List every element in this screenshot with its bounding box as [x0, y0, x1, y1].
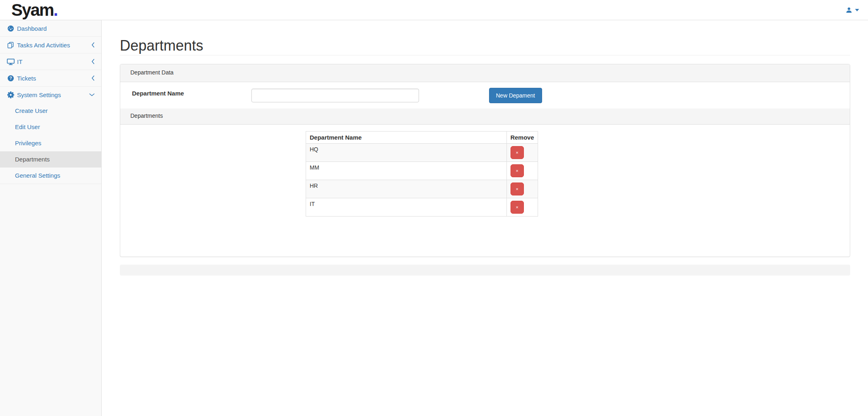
remove-department-button[interactable]: ×: [511, 183, 524, 195]
sidebar-item-label: IT: [17, 58, 91, 65]
department-form: Department Name New Depament: [120, 82, 850, 108]
sidebar-item-general-settings[interactable]: General Settings: [0, 168, 101, 184]
svg-text:?: ?: [9, 76, 12, 81]
remove-department-button[interactable]: ×: [511, 201, 524, 214]
chevron-left-icon: [91, 75, 95, 81]
empty-footer-bar: [120, 265, 850, 276]
sidebar-item-system-settings[interactable]: System Settings: [0, 87, 101, 103]
chevron-left-icon: [91, 42, 95, 48]
sidebar-item-label: Tickets: [17, 75, 91, 82]
chevron-left-icon: [91, 59, 95, 64]
main-content: Departments Department Data Department N…: [102, 20, 868, 416]
desktop-icon: [6, 58, 15, 65]
department-name-cell: HQ: [306, 144, 507, 162]
topbar: Syam.: [0, 0, 868, 20]
page-title: Departments: [120, 37, 850, 54]
table-row: HR ×: [306, 180, 538, 198]
sidebar-item-tasks-and-activities[interactable]: Tasks And Activities: [0, 37, 101, 53]
caret-down-icon: [855, 9, 859, 11]
sidebar-item-label: Tasks And Activities: [17, 42, 91, 49]
department-name-label: Department Name: [132, 90, 184, 97]
department-data-heading: Department Data: [120, 64, 850, 82]
page-header: Departments: [120, 37, 850, 55]
departments-table: Department Name Remove HQ × MM × HR: [306, 131, 538, 216]
sidebar-item-label: Dashboard: [17, 25, 95, 32]
table-row: IT ×: [306, 198, 538, 216]
department-name-cell: HR: [306, 180, 507, 198]
system-settings-submenu: Create User Edit User Privileges Departm…: [0, 103, 101, 184]
settings-icon: [6, 91, 15, 98]
remove-department-button[interactable]: ×: [511, 164, 524, 177]
sidebar-item-create-user[interactable]: Create User: [0, 103, 101, 119]
table-row: HQ ×: [306, 144, 538, 162]
sidebar-item-edit-user[interactable]: Edit User: [0, 119, 101, 135]
tasks-icon: [6, 41, 15, 49]
new-department-button[interactable]: New Depament: [489, 88, 542, 103]
chevron-down-icon: [89, 93, 95, 96]
department-name-cell: IT: [306, 198, 507, 216]
remove-department-button[interactable]: ×: [511, 146, 524, 159]
user-icon: [846, 7, 852, 13]
sidebar-item-it[interactable]: IT: [0, 53, 101, 70]
departments-table-container: Department Name Remove HQ × MM × HR: [120, 131, 850, 257]
departments-section-heading: Departments: [120, 108, 850, 125]
table-row: MM ×: [306, 162, 538, 180]
table-header-row: Department Name Remove: [306, 132, 538, 144]
brand-logo[interactable]: Syam.: [11, 0, 57, 20]
brand-dot: .: [53, 0, 57, 19]
departments-panel: Department Data Department Name New Depa…: [120, 64, 850, 257]
department-name-input[interactable]: [251, 89, 419, 102]
tickets-icon: ?: [6, 74, 15, 82]
sidebar-item-label: System Settings: [17, 91, 89, 98]
sidebar-item-departments[interactable]: Departments: [0, 151, 101, 168]
department-name-cell: MM: [306, 162, 507, 180]
sidebar-item-dashboard[interactable]: Dashboard: [0, 20, 101, 36]
column-header-department-name: Department Name: [306, 132, 507, 144]
sidebar: Dashboard Tasks And Activities: [0, 20, 102, 416]
column-header-remove: Remove: [506, 132, 538, 144]
sidebar-item-tickets[interactable]: ? Tickets: [0, 70, 101, 86]
user-menu[interactable]: [846, 0, 859, 20]
brand-text: Syam: [11, 0, 53, 19]
dashboard-icon: [6, 25, 15, 32]
sidebar-item-privileges[interactable]: Privileges: [0, 135, 101, 151]
